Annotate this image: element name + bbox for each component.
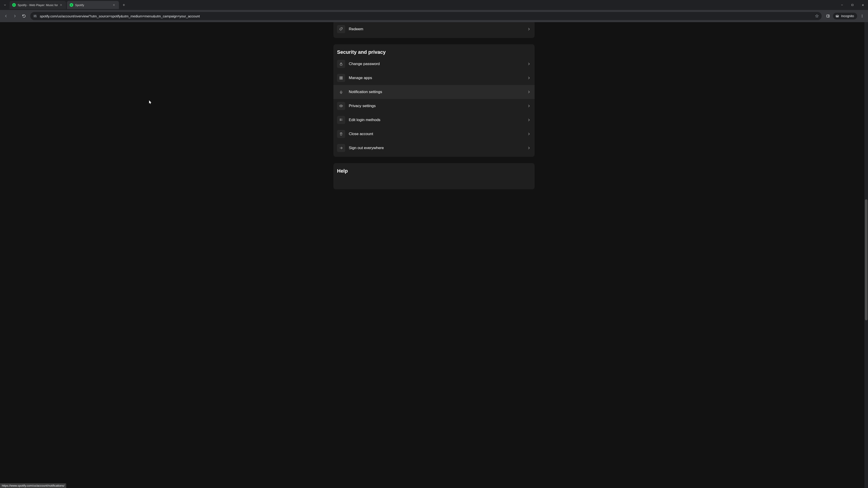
trash-icon: [337, 130, 345, 138]
arrow-right-icon: [13, 14, 17, 18]
row-label: Change password: [349, 62, 523, 66]
browser-menu-button[interactable]: [858, 12, 866, 20]
row-redeem[interactable]: Redeem: [333, 22, 535, 36]
svg-point-11: [862, 17, 862, 17]
browser-tab-inactive[interactable]: Spotify - Web Player: Music for: [9, 1, 66, 9]
lock-icon: [337, 60, 345, 68]
svg-rect-2: [852, 4, 853, 6]
incognito-icon: [835, 14, 839, 18]
svg-point-20: [340, 120, 341, 121]
section-title-security: Security and privacy: [333, 44, 535, 57]
svg-point-9: [862, 15, 862, 15]
incognito-indicator[interactable]: Incognito: [833, 13, 857, 20]
window-minimize-button[interactable]: [837, 0, 847, 10]
chevron-right-icon: [527, 132, 531, 136]
panel-icon: [826, 14, 830, 18]
row-privacy-settings[interactable]: Privacy settings: [333, 99, 535, 113]
reload-button[interactable]: [20, 12, 28, 20]
row-sign-out-everywhere[interactable]: Sign out everywhere: [333, 141, 535, 155]
window-controls: [837, 0, 868, 10]
window-close-button[interactable]: [858, 0, 868, 10]
svg-rect-16: [340, 78, 341, 79]
row-manage-apps[interactable]: Manage apps: [333, 71, 535, 85]
tag-icon: [337, 25, 345, 33]
svg-rect-6: [827, 15, 829, 18]
svg-point-18: [341, 105, 342, 106]
row-label: Edit login methods: [349, 118, 523, 122]
chevron-right-icon: [527, 90, 531, 94]
close-icon: [113, 4, 115, 6]
settings-card-security: Security and privacy Change password Man…: [333, 44, 535, 157]
svg-point-19: [340, 119, 341, 120]
svg-point-10: [862, 16, 862, 16]
svg-point-12: [342, 28, 342, 29]
scrollbar-thumb[interactable]: [865, 199, 868, 320]
svg-point-8: [837, 16, 839, 18]
minimize-icon: [841, 4, 843, 6]
eye-icon: [337, 102, 345, 110]
row-label: Sign out everywhere: [349, 146, 523, 150]
browser-tab-active[interactable]: Spotify: [67, 1, 119, 9]
settings-card-partial: Redeem: [333, 22, 535, 38]
svg-point-3: [35, 15, 36, 15]
spotify-favicon-icon: [12, 3, 16, 7]
svg-point-4: [34, 16, 35, 17]
chevron-right-icon: [527, 76, 531, 80]
sliders-icon: [337, 116, 345, 124]
chevron-right-icon: [527, 118, 531, 122]
grid-icon: [337, 74, 345, 82]
tab-title: Spotify: [75, 3, 111, 7]
kebab-icon: [860, 14, 864, 18]
tab-title: Spotify - Web Player: Music for: [18, 3, 58, 7]
svg-rect-17: [341, 78, 342, 79]
svg-point-5: [36, 17, 37, 17]
side-panel-button[interactable]: [824, 12, 832, 20]
star-icon: [815, 14, 819, 18]
row-label: Notification settings: [349, 90, 523, 94]
tab-close-button[interactable]: [113, 4, 117, 6]
page-viewport[interactable]: Redeem Security and privacy Change passw…: [0, 22, 868, 488]
tab-close-button[interactable]: [60, 4, 64, 6]
svg-rect-15: [341, 76, 342, 78]
forward-button[interactable]: [11, 12, 19, 20]
plus-icon: [122, 3, 125, 6]
settings-card-help: Help: [333, 163, 535, 189]
row-notification-settings[interactable]: Notification settings: [333, 85, 535, 99]
row-change-password[interactable]: Change password: [333, 57, 535, 71]
browser-chrome: Spotify - Web Player: Music for Spotify: [0, 0, 868, 22]
bookmark-button[interactable]: [815, 14, 819, 18]
reload-icon: [22, 14, 26, 18]
window-maximize-button[interactable]: [847, 0, 858, 10]
arrow-right-icon: [337, 144, 345, 152]
row-close-account[interactable]: Close account: [333, 127, 535, 141]
svg-rect-13: [340, 64, 342, 65]
tab-search-button[interactable]: [2, 2, 8, 8]
chevron-right-icon: [527, 27, 531, 31]
arrow-left-icon: [4, 14, 8, 18]
status-bar: https://www.spotify.com/us/account/notif…: [0, 483, 66, 488]
row-label: Manage apps: [349, 76, 523, 80]
new-tab-button[interactable]: [121, 2, 127, 8]
chevron-down-icon: [3, 3, 6, 6]
chevron-right-icon: [527, 104, 531, 108]
row-edit-login-methods[interactable]: Edit login methods: [333, 113, 535, 127]
row-label: Privacy settings: [349, 104, 523, 108]
back-button[interactable]: [2, 12, 10, 20]
browser-toolbar: spotify.com/us/account/overview/?utm_sou…: [0, 10, 868, 22]
chevron-right-icon: [527, 146, 531, 150]
maximize-icon: [851, 4, 854, 6]
close-icon: [60, 4, 62, 6]
row-label: Close account: [349, 132, 523, 136]
toolbar-right-actions: Incognito: [824, 12, 866, 20]
status-bar-url: https://www.spotify.com/us/account/notif…: [2, 484, 64, 487]
svg-rect-14: [340, 76, 341, 78]
close-icon: [862, 4, 864, 6]
svg-point-7: [836, 16, 837, 18]
vertical-scrollbar[interactable]: [864, 22, 868, 488]
chevron-right-icon: [527, 62, 531, 66]
tune-icon: [33, 14, 37, 18]
spotify-favicon-icon: [70, 3, 73, 7]
address-bar[interactable]: spotify.com/us/account/overview/?utm_sou…: [30, 12, 822, 20]
site-info-button[interactable]: [33, 14, 37, 18]
section-title-help: Help: [333, 163, 535, 176]
